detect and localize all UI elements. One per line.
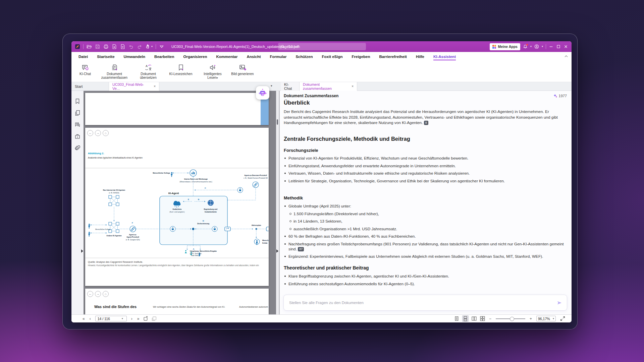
ask-documents-input[interactable] [288, 300, 556, 305]
pdf-scrollbar-thumb[interactable] [277, 119, 278, 125]
generate-image-icon [239, 64, 247, 71]
facing-continuous-view-icon[interactable] [480, 316, 485, 321]
toolbox-panel-icon[interactable] [74, 133, 80, 139]
tab-active-document[interactable]: UC003_Final-Web-Ve... × [109, 82, 159, 91]
continuous-view-icon[interactable] [462, 315, 469, 322]
ribbon-ki-lesezeichen-button[interactable]: KI-Lesezeichen [164, 63, 198, 76]
prev-view-icon[interactable] [143, 316, 149, 321]
next-view-icon[interactable] [151, 316, 157, 321]
meine-apps-button[interactable]: Meine Apps [490, 43, 520, 50]
ribbon-intelligentes-lesen-button[interactable]: Intelligentes Lesen▾ [198, 63, 228, 80]
export-pdf-icon[interactable] [112, 44, 117, 49]
ribbon-bild-generieren-button[interactable]: Bild generieren [228, 63, 257, 76]
send-icon[interactable] [556, 300, 562, 306]
minimize-button[interactable] [549, 44, 553, 49]
svg-text:Das Internet der KI-Agenten: Das Internet der KI-Agenten [103, 189, 125, 191]
next-page-button[interactable]: › [129, 316, 135, 321]
zoom-level-box[interactable]: 96,17% ▾ [536, 316, 556, 321]
open-file-icon[interactable] [87, 44, 92, 49]
ribbon-dokument-uebersetzen-button[interactable]: A Dokument übersetzen [132, 63, 164, 80]
ribbon-dokument-zusammenfassen-button[interactable]: Dokument zusammenfassen [96, 63, 132, 80]
zoom-out-button[interactable]: − [487, 316, 494, 321]
account-caret[interactable]: ▾ [542, 45, 543, 48]
menu-bearbeiten[interactable]: Bearbeiten [154, 55, 174, 59]
nav-home-circle[interactable]: ⌂ [103, 130, 109, 136]
quickbar-collapse-icon[interactable] [159, 44, 164, 49]
bookmarks-panel-icon[interactable] [74, 98, 80, 104]
save-icon[interactable] [95, 44, 100, 49]
collapse-ribbon-icon[interactable] [564, 55, 568, 58]
nav-back-circle[interactable]: ← [87, 291, 93, 297]
citation-badge[interactable]: 87 [298, 247, 304, 251]
facing-view-icon[interactable] [471, 316, 477, 321]
print-icon[interactable] [103, 44, 109, 49]
first-page-button[interactable]: « [80, 316, 87, 321]
undo-icon[interactable] [128, 44, 134, 49]
attachments-panel-icon[interactable] [74, 145, 80, 151]
pages-panel-icon[interactable] [74, 110, 80, 116]
overview-paragraph: Der Bericht des Capgemini Research Insti… [284, 109, 568, 126]
citation-badge[interactable]: 8 [424, 121, 428, 125]
global-search[interactable] [278, 43, 366, 50]
figure-note: Hinweis: Kurzzeitgedächtnis für kontextu… [88, 264, 268, 266]
menu-foxit-esign[interactable]: Foxit eSign [322, 55, 343, 59]
menu-umwandeln[interactable]: Umwandeln [124, 55, 146, 59]
foxit-logo-icon[interactable] [75, 44, 80, 49]
expand-right-panel-arrow[interactable] [276, 249, 278, 253]
zoom-in-button[interactable]: + [527, 316, 534, 321]
page-number-input[interactable] [97, 316, 122, 321]
ai-assistant-floating-button[interactable] [256, 86, 269, 100]
zoom-slider-knob[interactable] [510, 317, 514, 321]
pdf-scrollbar[interactable] [276, 91, 279, 314]
pdf-view-area[interactable]: ← → ⌂ Abbildung 2. Anatomie eines typisc… [84, 91, 279, 314]
nav-forward-circle[interactable]: → [95, 130, 101, 136]
nav-home-circle[interactable]: ⌂ [103, 291, 109, 297]
panel-tab-summary[interactable]: Dokument zusammenfassen × [300, 82, 357, 91]
single-page-view-icon[interactable] [454, 316, 460, 321]
svg-text:Begründung und: Begründung und [204, 208, 217, 210]
comments-panel-icon[interactable] [74, 122, 80, 128]
search-input[interactable] [287, 44, 348, 49]
smart-read-speaker-icon [209, 64, 217, 71]
zoom-caret[interactable]: ▾ [553, 317, 554, 320]
nav-back-circle[interactable]: ← [87, 130, 93, 136]
fullscreen-icon[interactable] [560, 316, 566, 321]
svg-text:(Wissensbasen, Unternehmenssys: (Wissensbasen, Unternehmenssysteme usw.) [179, 181, 212, 183]
svg-text:z. B., Modell-Kontext-Protokol: z. B., Modell-Kontext-Protokoll (M [244, 177, 267, 179]
menu-freigeben[interactable]: Freigeben [352, 55, 370, 59]
menu-kommentar[interactable]: Kommentar [216, 55, 237, 59]
hand-tool-button[interactable]: ▾ [145, 44, 153, 49]
notifications-button[interactable] [523, 44, 528, 49]
panel-tab-ki-chat[interactable]: KI-Chat [281, 82, 300, 91]
foxit-app-window: ▾ UC003_Final-Web-Version-Report-AI-Agen… [71, 41, 572, 322]
redo-icon[interactable] [137, 44, 142, 49]
menu-formular[interactable]: Formular [270, 55, 287, 59]
close-button[interactable] [564, 44, 568, 49]
prev-page-button[interactable]: ‹ [87, 316, 93, 321]
menu-schuetzen[interactable]: Schützen [296, 55, 313, 59]
ribbon-ki-chat-button[interactable]: KI-Chat [74, 63, 96, 76]
tab-start[interactable]: Start [71, 82, 109, 91]
page-caret[interactable]: ▾ [122, 317, 123, 320]
close-summary-tab-icon[interactable]: × [352, 84, 354, 88]
menu-ki-assistent[interactable]: KI-Assistent [433, 55, 456, 60]
tab-list-caret[interactable]: ▾ [271, 84, 272, 87]
ask-documents-inputbox[interactable] [283, 295, 567, 311]
menu-ansicht[interactable]: Ansicht [247, 55, 261, 59]
menu-hilfe[interactable]: Hilfe [416, 55, 424, 59]
notifications-caret[interactable]: ▾ [530, 45, 532, 48]
last-page-button[interactable]: » [135, 316, 142, 321]
expand-left-panel-arrow[interactable] [81, 249, 83, 253]
menu-startseite[interactable]: Startseite [97, 55, 114, 59]
menu-barrierefreiheit[interactable]: Barrierefreiheit [379, 55, 407, 59]
pdf-page-15: ← → ⌂ Was sind die Stufen des Wir schlag… [85, 289, 269, 314]
nav-forward-circle[interactable]: → [95, 291, 101, 297]
add-page-icon[interactable] [120, 44, 125, 49]
close-document-tab-icon[interactable]: × [154, 84, 156, 88]
menu-datei[interactable]: Datei [78, 55, 88, 59]
zoom-slider[interactable] [496, 318, 525, 319]
menu-organisieren[interactable]: Organisieren [183, 55, 207, 59]
maximize-button[interactable] [556, 44, 561, 49]
account-avatar-icon[interactable] [534, 44, 539, 49]
page-number-box[interactable]: ▾ [95, 316, 127, 321]
